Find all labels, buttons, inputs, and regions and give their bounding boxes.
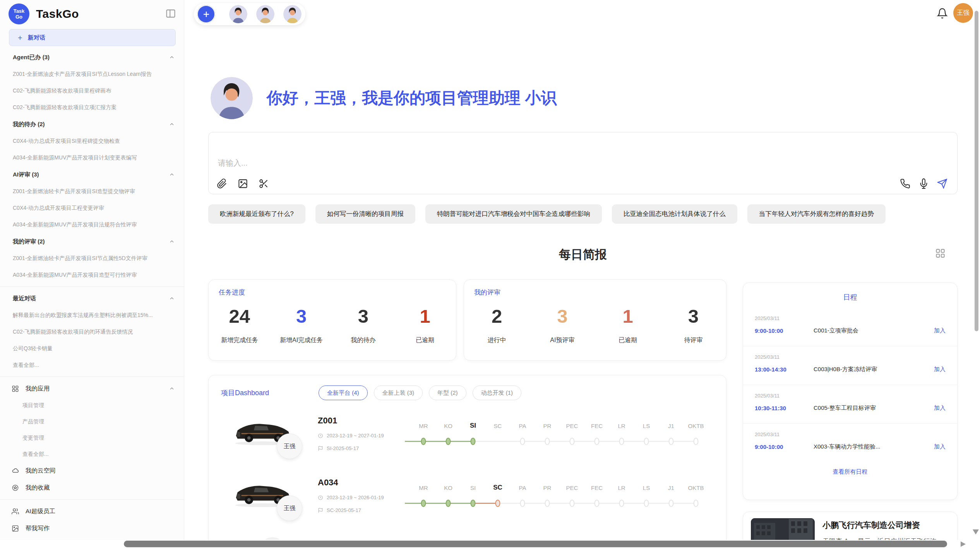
chevron-up-icon — [169, 54, 175, 60]
sidebar-item[interactable]: A034-全新新能源MUV产品开发项目造型可行性评审 — [0, 267, 184, 283]
sidebar-sub-item[interactable]: 变更管理 — [0, 430, 184, 446]
project-name: A034 — [318, 478, 338, 488]
sidebar-sub-item[interactable]: 项目管理 — [0, 397, 184, 413]
scroll-right-arrow-icon[interactable] — [961, 541, 966, 547]
suggestion-chips: 欧洲新规最近颁布了什么?如何写一份清晰的项目周报特朗普可能对进口汽车增税会对中国… — [208, 204, 886, 224]
sidebar-item[interactable]: Z001-全新燃油轻卡产品开发项目SI造型提交物评审 — [0, 183, 184, 200]
agent-avatar[interactable] — [256, 5, 274, 23]
sidebar-section: Agent已办 (3) Z001-全新燃油皮卡产品开发项目SI节点Lesson … — [0, 49, 184, 116]
sidebar-item[interactable]: C0X4-动力总成开发项目SI里程碑提交物检查 — [0, 133, 184, 149]
milestone-label: FEC — [584, 485, 609, 491]
greeting: 你好，王强，我是你的项目管理助理 小识 — [211, 77, 557, 119]
join-button[interactable]: 加入 — [934, 404, 946, 412]
star-icon — [12, 484, 19, 491]
sidebar-item[interactable]: 公司Q3轻卡销量 — [0, 340, 184, 357]
scroll-down-arrow-icon[interactable] — [973, 529, 979, 534]
join-button[interactable]: 加入 — [934, 443, 946, 450]
task-progress-card: 任务进度 24 新增完成任务 3 新增AI完成任务 3 我的待办 1 已逾期 — [208, 279, 456, 361]
vertical-scrollbar-thumb[interactable] — [975, 11, 978, 331]
app-title: TaskGo — [36, 7, 79, 21]
sidebar-section-header[interactable]: 我的待办 (2) — [0, 116, 184, 133]
dashboard-filter-chip[interactable]: 动总开发 (1) — [473, 385, 522, 400]
dashboard-filter-chip[interactable]: 全新平台 (4) — [319, 385, 368, 400]
suggestion-chip[interactable]: 当下年轻人对汽车外观有怎样的喜好趋势 — [747, 204, 886, 224]
stat-value: 3 — [358, 307, 368, 326]
sidebar-item-ai-employee[interactable]: AI超级员工 — [0, 503, 184, 520]
sidebar-item[interactable]: Z001-全新燃油轻卡产品开发项目SI节点属性5D文件评审 — [0, 250, 184, 267]
sidebar-item-my-apps[interactable]: 我的应用 — [0, 380, 184, 397]
sidebar-item[interactable]: A034-全新新能源MUV产品开发项目法规符合性评审 — [0, 216, 184, 233]
sidebar-item[interactable]: 解释最新出台的欧盟报废车法规再生塑料比例被调至15%... — [0, 307, 184, 324]
stat: 2 进行中 — [464, 302, 529, 344]
stat: 3 待评审 — [661, 302, 726, 344]
sidebar-sub-item[interactable]: 产品管理 — [0, 413, 184, 430]
project-row[interactable]: 王强 A034 2023-12-19 ~ 2026-01-19 SC-2025-… — [209, 476, 726, 538]
writing-helper-label: 帮我写作 — [26, 524, 50, 533]
sidebar-item-favorites[interactable]: 我的收藏 — [0, 479, 184, 496]
paperclip-icon[interactable] — [217, 178, 227, 189]
horizontal-scrollbar — [0, 540, 980, 548]
phone-icon[interactable] — [900, 178, 910, 189]
suggestion-chip[interactable]: 特朗普可能对进口汽车增税会对中国车企造成哪些影响 — [425, 204, 602, 224]
briefing-layout-icon[interactable] — [935, 248, 946, 259]
milestone-dot — [446, 500, 451, 507]
sidebar-item[interactable]: C02-飞腾新能源轻客改款项目里程碑画布 — [0, 82, 184, 99]
milestone-dot — [545, 500, 550, 507]
sidebar-item-writing-helper[interactable]: 帮我写作 — [0, 520, 184, 537]
suggestion-chip[interactable]: 比亚迪全固态电池计划具体说了什么 — [612, 204, 737, 224]
sidebar-item-cloud-space[interactable]: 我的云空间 — [0, 462, 184, 479]
sidebar-collapse-icon[interactable] — [165, 8, 176, 19]
favorites-label: 我的收藏 — [26, 484, 50, 492]
sidebar: Task Go TaskGo ＋ 新对话 Agent已办 (3) Z001-全新… — [0, 0, 184, 548]
add-agent-button[interactable] — [197, 5, 215, 23]
suggestion-chip[interactable]: 如何写一份清晰的项目周报 — [315, 204, 415, 224]
horizontal-scrollbar-thumb[interactable] — [124, 541, 947, 547]
sidebar-section-header[interactable]: AI评审 (3) — [0, 166, 184, 183]
schedule-time: 9:00-10:00 — [755, 327, 814, 334]
dashboard-filter-chip[interactable]: 年型 (2) — [429, 385, 466, 400]
notifications-bell-icon[interactable] — [937, 8, 948, 19]
milestone-label: PEC — [560, 485, 584, 491]
sidebar-item[interactable]: Z001-全新燃油皮卡产品开发项目SI节点Lesson Learn报告 — [0, 66, 184, 82]
image-attach-icon[interactable] — [238, 178, 248, 189]
scissors-icon[interactable] — [259, 178, 269, 189]
sidebar-section-header[interactable]: 最近对话 — [0, 290, 184, 307]
sidebar-item[interactable]: C02-飞腾新能源轻客改款项目的闭环通告反馈情况 — [0, 324, 184, 340]
agent-avatar[interactable] — [229, 5, 247, 23]
stat: 3 我的待办 — [332, 302, 394, 344]
schedule-title: C005-整车工程目标评审 — [814, 404, 934, 412]
sidebar-section-header[interactable]: Agent已办 (3) — [0, 49, 184, 66]
mic-icon[interactable] — [918, 178, 929, 189]
sidebar-item[interactable]: C02-飞腾新能源轻客改款项目立项汇报方案 — [0, 99, 184, 116]
project-row[interactable]: 王强 Z001 2023-12-19 ~ 2027-01-19 SI-2025-… — [209, 414, 726, 476]
milestone: MR — [411, 476, 436, 519]
milestone: FEC — [584, 476, 609, 519]
chat-input[interactable]: 请输入... — [208, 132, 958, 194]
milestone: LR — [609, 476, 634, 519]
chat-input-placeholder: 请输入... — [218, 158, 248, 168]
sidebar-section-title: 我的评审 (2) — [13, 238, 45, 245]
stat-value: 1 — [622, 307, 633, 326]
join-button[interactable]: 加入 — [934, 366, 946, 373]
milestone-track: MR KO SI SC PA PR PEC FEC LR LS — [411, 414, 708, 457]
send-icon[interactable] — [937, 178, 947, 189]
schedule-time: 13:00-14:30 — [755, 366, 814, 373]
sidebar-item[interactable]: C0X4-动力总成开发项目工程变更评审 — [0, 200, 184, 216]
milestone: PA — [510, 476, 535, 519]
milestone-dot — [471, 438, 476, 445]
new-chat-button[interactable]: ＋ 新对话 — [9, 29, 176, 46]
user-avatar[interactable]: 王强 — [953, 3, 973, 23]
my-apps-label: 我的应用 — [26, 385, 50, 393]
view-all-schedule-link[interactable]: 查看所有日程 — [743, 468, 957, 476]
sidebar-section-header[interactable]: 我的评审 (2) — [0, 233, 184, 250]
stat-label: 我的待办 — [351, 336, 375, 344]
dashboard-filter-chip[interactable]: 全新上装 (3) — [374, 385, 423, 400]
cloud-icon — [12, 467, 19, 474]
sidebar-item[interactable]: 查看全部... — [0, 357, 184, 373]
suggestion-chip[interactable]: 欧洲新规最近颁布了什么? — [208, 204, 305, 224]
sidebar-sub-item[interactable]: 查看全部... — [0, 446, 184, 462]
sidebar-item[interactable]: A034-全新新能源MUV产品开发项目计划变更表编写 — [0, 149, 184, 166]
join-button[interactable]: 加入 — [934, 327, 946, 334]
schedule-title: C003|H0B-方案冻结评审 — [814, 366, 934, 373]
agent-avatar[interactable] — [283, 5, 302, 23]
